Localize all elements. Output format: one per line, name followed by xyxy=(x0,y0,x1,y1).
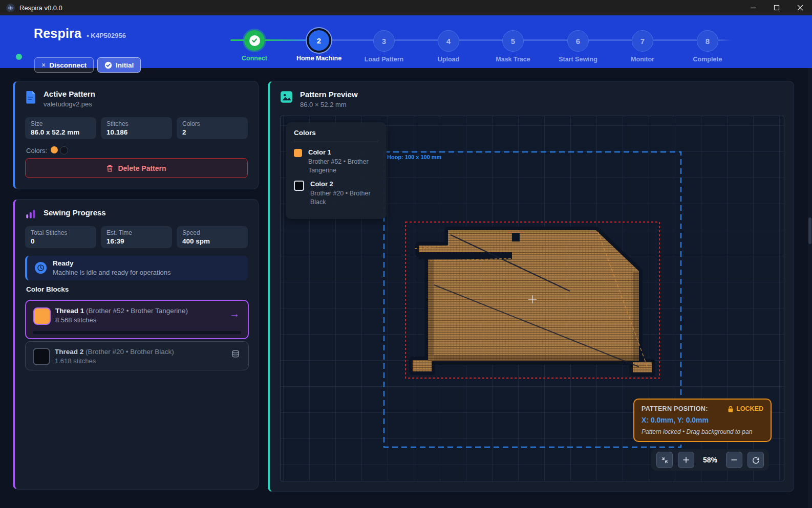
pattern-dimensions: 86.0 × 52.2 mm xyxy=(300,101,358,108)
active-pattern-title: Active Pattern xyxy=(44,90,95,98)
color-swatch xyxy=(51,146,58,153)
stat-size: Size86.0 x 52.2 mm xyxy=(25,117,96,139)
status-title: Ready xyxy=(53,259,74,267)
color-blocks-label: Color Blocks xyxy=(26,285,69,293)
zoom-in-button[interactable] xyxy=(678,452,694,468)
step-upload[interactable]: 4Upload xyxy=(418,30,479,63)
step-circle xyxy=(244,30,265,51)
reset-view-button[interactable] xyxy=(747,452,764,468)
step-label: Load Pattern xyxy=(353,56,415,63)
color-swatch xyxy=(60,146,68,154)
scrollbar-thumb[interactable] xyxy=(808,217,811,244)
window-title: Respira v0.0.0 xyxy=(19,4,62,12)
legend-item-color-1: Color 1Brother #52 • Brother Tangerine xyxy=(294,148,378,175)
app-window: Respira v0.0.0 Respira • K4P502956 × Dis… xyxy=(0,0,812,508)
position-label: PATTERN POSITION: xyxy=(642,405,708,412)
zoom-level: 58% xyxy=(699,456,721,464)
lock-icon xyxy=(728,406,734,412)
colors-legend: Colors Color 1Brother #52 • Brother Tang… xyxy=(286,122,387,219)
machine-status-box: Ready Machine is idle and ready for oper… xyxy=(25,256,248,280)
clock-icon xyxy=(35,262,47,274)
step-label: Monitor xyxy=(612,56,673,63)
check-icon xyxy=(249,35,260,46)
step-label: Mask Trace xyxy=(482,56,544,63)
close-button[interactable] xyxy=(788,0,812,15)
step-circle: 6 xyxy=(567,30,589,52)
app-icon xyxy=(6,4,15,12)
step-circle: 3 xyxy=(373,30,395,52)
delete-pattern-button[interactable]: Delete Pattern xyxy=(25,158,248,178)
step-complete[interactable]: 8Complete xyxy=(677,30,738,63)
legend-color-swatch xyxy=(294,149,302,157)
step-monitor[interactable]: 7Monitor xyxy=(612,30,673,63)
step-circle: 8 xyxy=(697,30,718,52)
document-icon xyxy=(25,91,36,108)
maximize-button[interactable] xyxy=(765,0,788,15)
stat-colors: Colors2 xyxy=(177,117,248,139)
thread-stitch-count: 1.618 stitches xyxy=(55,357,96,365)
sewing-progress-card: Sewing Progress Total Stitches0Est. Time… xyxy=(13,199,259,490)
step-circle: 4 xyxy=(438,30,459,52)
step-circle: 7 xyxy=(632,30,653,52)
layers-icon xyxy=(230,349,241,361)
position-hint: Pattern locked • Drag background to pan xyxy=(642,428,763,435)
preview-canvas[interactable]: Hoop: 100 x 100 mm Colors Color 1Brother… xyxy=(280,116,784,481)
pattern-preview-title: Pattern Preview xyxy=(300,90,358,99)
legend-color-swatch xyxy=(294,181,304,191)
step-label: Upload xyxy=(418,56,479,63)
app-header: Respira • K4P502956 × Disconnect Initial… xyxy=(0,15,812,68)
status-description: Machine is idle and ready for operations xyxy=(53,269,171,276)
titlebar: Respira v0.0.0 xyxy=(0,0,812,15)
thread-stitch-count: 8.568 stitches xyxy=(55,316,96,324)
step-connect[interactable]: Connect xyxy=(224,30,285,62)
zoom-toolbar: 58% xyxy=(651,449,769,471)
thread-color-swatch xyxy=(33,307,51,325)
image-icon xyxy=(280,91,293,108)
legend-item-color-2: Color 2Brother #20 • Brother Black xyxy=(294,180,378,207)
pattern-filename: valetudogv2.pes xyxy=(44,100,95,108)
hoop-size-label: Hoop: 100 x 100 mm xyxy=(387,154,441,160)
step-label: Connect xyxy=(224,55,285,62)
arrow-right-icon: → xyxy=(229,308,240,320)
step-mask-trace[interactable]: 5Mask Trace xyxy=(482,30,544,63)
bar-chart-icon xyxy=(25,208,36,222)
page-scrollbar[interactable] xyxy=(808,68,812,508)
pattern-stats: Size86.0 x 52.2 mmStitches10.186Colors2 xyxy=(25,117,248,139)
step-indicator: Connect2Home Machine3Load Pattern4Upload… xyxy=(0,15,812,68)
stat-speed: Speed400 spm xyxy=(177,226,248,248)
thread-color-swatch xyxy=(33,348,50,365)
step-circle: 2 xyxy=(309,30,329,51)
position-coordinates: X: 0.0mm, Y: 0.0mm xyxy=(642,416,763,424)
step-circle: 5 xyxy=(502,30,524,52)
step-label: Home Machine xyxy=(288,55,350,62)
pattern-position-overlay: PATTERN POSITION: LOCKED X: 0.0mm, Y: 0.… xyxy=(633,399,772,442)
trash-icon xyxy=(106,165,113,172)
fit-view-button[interactable] xyxy=(656,452,673,468)
step-start-sewing[interactable]: 6Start Sewing xyxy=(547,30,609,63)
stat-est-time: Est. Time16:39 xyxy=(101,226,172,248)
color-block-thread-1[interactable]: Thread 1 (Brother #52 • Brother Tangerin… xyxy=(25,300,249,339)
minimize-button[interactable] xyxy=(741,0,765,15)
locked-badge: LOCKED xyxy=(728,405,763,412)
colors-label: Colors: xyxy=(26,147,47,154)
zoom-out-button[interactable] xyxy=(726,452,742,468)
sewing-stats: Total Stitches0Est. Time16:39Speed400 sp… xyxy=(25,226,248,248)
step-load-pattern[interactable]: 3Load Pattern xyxy=(353,30,415,63)
thread-progress-bar xyxy=(33,331,241,334)
stat-stitches: Stitches10.186 xyxy=(101,117,172,139)
sewing-progress-title: Sewing Progress xyxy=(44,208,106,222)
step-label: Complete xyxy=(677,56,738,63)
legend-title: Colors xyxy=(294,129,378,137)
color-block-thread-2[interactable]: Thread 2 (Brother #20 • Brother Black)1.… xyxy=(25,341,249,370)
stat-total-stitches: Total Stitches0 xyxy=(25,226,96,248)
pattern-preview-card: Pattern Preview 86.0 × 52.2 mm xyxy=(268,81,794,492)
step-label: Start Sewing xyxy=(547,56,609,63)
active-pattern-card: Active Pattern valetudogv2.pes Size86.0 … xyxy=(13,81,259,189)
step-home-machine[interactable]: 2Home Machine xyxy=(288,30,350,62)
